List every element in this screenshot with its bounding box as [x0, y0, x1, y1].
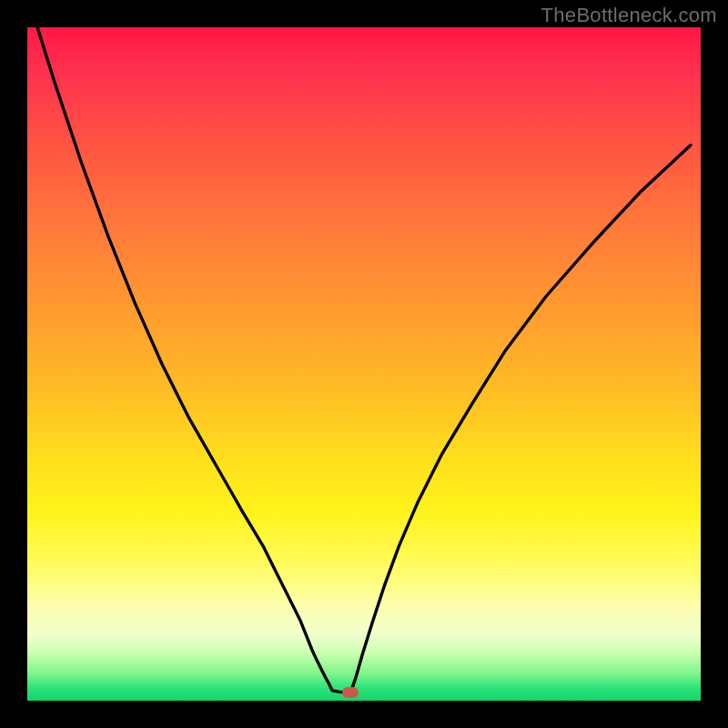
bottleneck-curve	[27, 27, 701, 701]
plot-area	[27, 27, 701, 701]
watermark-text: TheBottleneck.com	[541, 4, 717, 27]
chart-frame: TheBottleneck.com	[0, 0, 728, 728]
trough-marker	[342, 687, 359, 698]
